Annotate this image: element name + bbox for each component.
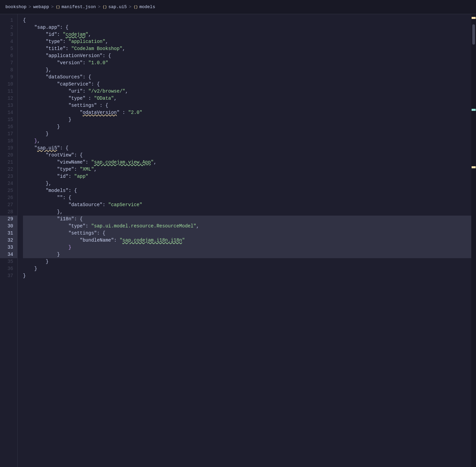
ln-6: 6 (0, 52, 17, 59)
code-line-23: "id": "app" (23, 173, 476, 180)
ln-31: 31 (0, 230, 17, 237)
ln-14: 14 (0, 109, 17, 116)
ln-28: 28 (0, 208, 17, 216)
ln-1: 1 (0, 17, 17, 24)
code-line-25: "models": { (23, 187, 476, 194)
code-line-5: "title": "CodeJam Bookshop", (23, 45, 476, 52)
ln-25: 25 (0, 187, 17, 194)
code-line-1: { (23, 17, 476, 24)
ln-17: 17 (0, 130, 17, 138)
gutter-indicator-yellow-2 (472, 166, 476, 168)
code-line-24: }, (23, 180, 476, 187)
ln-30: 30 (0, 223, 17, 230)
code-line-11: "uri": "/v2/browse/", (23, 88, 476, 95)
code-line-27: "dataSource": "capService" (23, 201, 476, 208)
code-line-18: }, (23, 138, 476, 145)
code-line-10: "capService": { (23, 81, 476, 88)
ln-35: 35 (0, 258, 17, 265)
ln-11: 11 (0, 88, 17, 95)
code-line-13: "settings" : { (23, 102, 476, 109)
breadcrumb-json-icon-1: {} (56, 5, 60, 9)
ln-18: 18 (0, 138, 17, 145)
ln-27: 27 (0, 201, 17, 208)
code-line-28: }, (23, 208, 476, 216)
code-line-30: "type": "sap.ui.model.resource.ResourceM… (23, 223, 476, 230)
code-line-3: "id": "codejam", (23, 31, 476, 38)
code-line-8: }, (23, 67, 476, 74)
code-line-2: "sap.app": { (23, 24, 476, 31)
code-line-16: } (23, 123, 476, 130)
code-line-29: "i18n": { (23, 216, 476, 223)
code-line-36: } (23, 265, 476, 272)
ln-3: 3 (0, 31, 17, 38)
code-line-4: "type": "application", (23, 38, 476, 45)
breadcrumb-sep-4: > (129, 4, 132, 9)
ln-12: 12 (0, 95, 17, 102)
code-line-17: } (23, 130, 476, 138)
ln-7: 7 (0, 59, 17, 67)
ln-32: 32 (0, 237, 17, 244)
code-line-14: "odataVersion" : "2.0" (23, 109, 476, 116)
ln-9: 9 (0, 74, 17, 81)
breadcrumb-sep-1: > (28, 4, 31, 9)
ln-10: 10 (0, 81, 17, 88)
ln-4: 4 (0, 38, 17, 45)
ln-19: 19 (0, 145, 17, 152)
code-line-35: } (23, 258, 476, 265)
ln-20: 20 (0, 152, 17, 159)
breadcrumb: bookshop > webapp > {} manifest.json > {… (0, 0, 476, 14)
code-line-32: "bundleName": "sap.codejam.i18n.i18n" (23, 237, 476, 244)
code-line-15: } (23, 116, 476, 123)
ln-2: 2 (0, 24, 17, 31)
code-area[interactable]: { "sap.app": { "id": "codejam", "type": … (18, 14, 476, 467)
code-line-9: "dataSources": { (23, 74, 476, 81)
ln-34: 34 (0, 251, 17, 258)
breadcrumb-sep-3: > (98, 4, 100, 9)
code-line-22: "type": "XML", (23, 166, 476, 173)
ln-36: 36 (0, 265, 17, 272)
breadcrumb-bookshop[interactable]: bookshop (5, 4, 26, 9)
breadcrumb-manifest[interactable]: manifest.json (62, 4, 96, 9)
code-line-12: "type" : "OData", (23, 95, 476, 102)
scrollbar[interactable] (471, 14, 476, 467)
breadcrumb-json-icon-2: {} (102, 5, 107, 9)
ln-13: 13 (0, 102, 17, 109)
code-line-19: "sap.ui5": { (23, 145, 476, 152)
code-line-26: "": { (23, 194, 476, 201)
gutter-indicator-teal (472, 109, 476, 111)
code-line-6: "applicationVersion": { (23, 52, 476, 59)
code-line-20: "rootView": { (23, 152, 476, 159)
code-line-31: "settings": { (23, 230, 476, 237)
ln-26: 26 (0, 194, 17, 201)
ln-15: 15 (0, 116, 17, 123)
code-line-21: "viewName": "sap.codejam.view.App", (23, 159, 476, 166)
ln-23: 23 (0, 173, 17, 180)
ln-22: 22 (0, 166, 17, 173)
ln-5: 5 (0, 45, 17, 52)
breadcrumb-sep-2: > (51, 4, 54, 9)
ln-21: 21 (0, 159, 17, 166)
editor-container: 1 2 3 4 5 6 7 8 9 10 11 12 13 14 15 16 1… (0, 14, 476, 467)
ln-29: 29 (0, 216, 17, 223)
ln-33: 33 (0, 244, 17, 251)
code-line-34: } (23, 251, 476, 258)
code-line-7: "version": "1.0.0" (23, 59, 476, 67)
gutter-indicator-yellow-1 (472, 17, 476, 19)
ln-24: 24 (0, 180, 17, 187)
breadcrumb-webapp[interactable]: webapp (33, 4, 49, 9)
scroll-thumb[interactable] (472, 24, 475, 45)
breadcrumb-sapui5[interactable]: sap.ui5 (109, 4, 127, 9)
code-line-37: } (23, 272, 476, 279)
breadcrumb-models[interactable]: models (139, 4, 155, 9)
code-line-33: } (23, 244, 476, 251)
ln-8: 8 (0, 67, 17, 74)
breadcrumb-json-icon-3: {} (134, 5, 138, 9)
ln-16: 16 (0, 123, 17, 130)
ln-37: 37 (0, 272, 17, 279)
line-numbers: 1 2 3 4 5 6 7 8 9 10 11 12 13 14 15 16 1… (0, 14, 18, 467)
